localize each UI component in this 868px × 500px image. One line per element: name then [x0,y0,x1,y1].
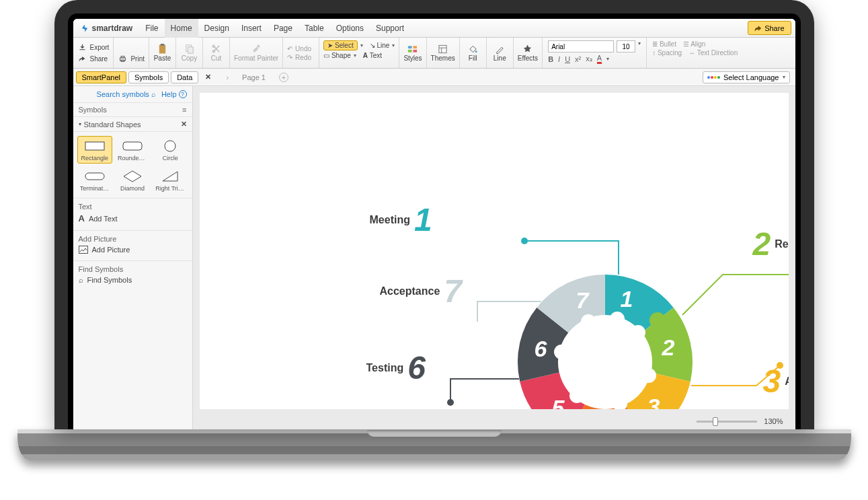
menu-icon[interactable]: ≡ [182,106,186,114]
menu-insert[interactable]: Insert [235,19,268,38]
step-2-callout[interactable]: 2 Requirements [753,228,789,260]
shape-rectangle[interactable]: Rectangle [77,136,112,164]
select-tool-button[interactable]: ➤ Select [323,40,358,50]
svg-point-47 [521,238,528,244]
menu-options[interactable]: Options [330,19,370,38]
share-row-button[interactable]: Share [77,54,108,64]
shape-right-triangle[interactable]: Right Tria... [153,166,188,194]
brand-logo-icon [80,24,89,33]
symbols-header[interactable]: Symbols ≡ [73,102,192,117]
font-size-dropdown[interactable]: ▾ [638,40,641,52]
share-button[interactable]: Share [748,21,791,35]
spacing-button[interactable]: ↕ Spacing [652,49,682,57]
step-6-callout[interactable]: 6 Testing [366,352,426,384]
svg-rect-19 [85,173,104,180]
font-color-dropdown[interactable]: ▾ [606,56,609,62]
superscript-button[interactable]: x² [575,55,581,63]
paste-button[interactable]: Paste [149,38,176,68]
pencil-icon [495,44,505,54]
share-icon [77,54,87,64]
star-icon [522,44,532,54]
svg-text:2: 2 [661,334,674,360]
paintbrush-icon [251,44,262,54]
format-painter-button[interactable]: Format Painter [230,38,283,68]
cut-button[interactable]: Cut [203,38,230,68]
fill-button[interactable]: Fill [460,38,487,68]
svg-rect-1 [121,56,124,57]
shape-tool-button[interactable]: ▭ Shape [323,52,351,59]
canvas[interactable]: 1 2 3 4 5 6 7 4 [200,93,789,409]
copy-button[interactable]: Copy [176,38,203,68]
shape-dropdown[interactable]: ▾ [354,52,356,59]
tab-smartpanel[interactable]: SmartPanel [76,71,126,83]
line-tool-button[interactable]: ↘ Line [370,42,390,49]
step-7-callout[interactable]: 7 Acceptance [380,275,463,308]
menu-file[interactable]: File [139,19,164,38]
svg-rect-4 [161,44,165,46]
svg-point-30 [561,297,576,312]
themes-button[interactable]: Themes [427,38,460,68]
undo-button[interactable]: ↶Undo [287,45,311,52]
shape-circle[interactable]: Circle [153,136,188,164]
cursor-icon: ➤ [327,42,333,49]
zoom-control: 130% [697,417,783,425]
svg-point-53 [447,399,454,406]
redo-button[interactable]: ↷Redo [287,54,311,61]
picture-section-header: Add Picture [79,235,187,243]
select-shape-group: ➤ Select▾ ↘ Line▾ ▭ Shape▾ A Text [319,38,399,68]
find-section: Find Symbols ⌕ Find Symbols [73,260,192,291]
shapes-header[interactable]: ▾Standard Shapes ✕ [73,117,192,132]
close-pane-button[interactable]: ✕ [201,73,215,81]
pagebar: › Page 1 + [215,73,703,82]
svg-point-35 [554,345,569,359]
shape-terminate[interactable]: Terminate... [77,166,112,194]
text-direction-button[interactable]: ↔ Text Direction [688,49,738,57]
effects-button[interactable]: Effects [514,38,543,68]
add-page-button[interactable]: + [279,73,288,82]
menu-table[interactable]: Table [299,19,330,38]
font-name-input[interactable] [548,40,614,52]
print-button2[interactable]: Print [118,54,145,64]
add-picture-button[interactable]: Add Picture [79,243,187,256]
bold-button[interactable]: B [548,55,553,63]
undo-icon: ↶ [287,45,292,52]
underline-button[interactable]: U [565,55,570,63]
shape-rounded[interactable]: Rounded... [115,136,150,164]
select-dropdown[interactable]: ▾ [360,42,363,48]
language-selector[interactable]: Select Language ▾ [703,71,790,83]
menu-page[interactable]: Page [268,19,299,38]
export-print-group: Export Share [73,38,114,68]
svg-rect-9 [257,45,260,48]
line-style-button[interactable]: Line [487,38,514,68]
find-symbols-button[interactable]: ⌕ Find Symbols [79,273,187,287]
step-1-callout[interactable]: 1 Meeting [370,204,432,236]
prev-page-button[interactable]: › [226,73,229,81]
zoom-slider[interactable] [697,421,757,423]
font-color-button[interactable]: A [597,54,602,64]
tab-symbols[interactable]: Symbols [128,71,169,83]
step-3-callout[interactable]: 3 Analysis [763,365,789,398]
menu-support[interactable]: Support [370,19,410,38]
align-button[interactable]: ☰ Align [683,40,705,48]
line-dropdown[interactable]: ▾ [392,42,395,48]
subscript-button[interactable]: x₂ [586,55,592,63]
search-icon: ⌕ [151,90,156,98]
help-link[interactable]: Help ? [161,90,187,98]
add-text-button[interactable]: A Add Text [79,211,187,226]
italic-button[interactable]: I [558,55,560,63]
picture-icon [79,246,88,254]
menu-home[interactable]: Home [165,19,198,38]
tab-data[interactable]: Data [171,71,198,83]
bullet-button[interactable]: ≣ Bullet [652,40,676,48]
font-size-input[interactable] [617,40,635,52]
ribbon: Export Share X Print Paste [73,38,795,69]
export-button[interactable]: Export [77,42,110,52]
close-shapes-button[interactable]: ✕ [181,120,187,129]
canvas-wrap: 1 2 3 4 5 6 7 4 [193,86,795,429]
shape-diamond[interactable]: Diamond [115,166,150,194]
styles-button[interactable]: Styles [399,38,426,68]
page-tab[interactable]: Page 1 [242,73,266,81]
search-symbols-link[interactable]: Search symbols ⌕ [97,90,156,98]
menu-design[interactable]: Design [198,19,235,38]
text-tool-button[interactable]: A Text [363,52,382,59]
